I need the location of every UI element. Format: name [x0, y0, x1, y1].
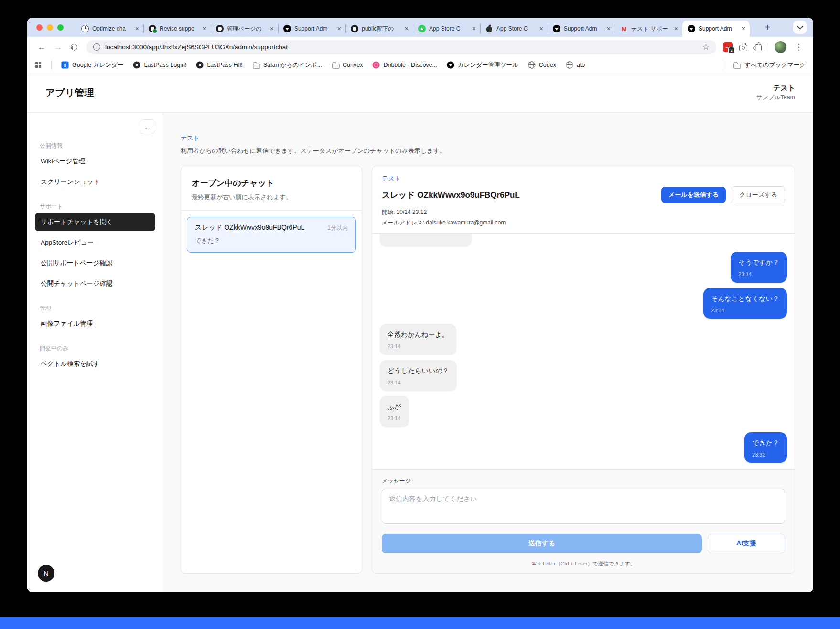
app-page: アプリ管理 テスト サンプルTeam ← 公開情報 Wikiページ管理スクリーン… [27, 73, 813, 592]
extensions-puzzle-icon[interactable] [755, 44, 762, 51]
sidebar-section: 管理 画像ファイル管理 [35, 304, 155, 333]
forward-button[interactable]: → [50, 40, 65, 55]
send-shortcut-hint: ⌘ + Enter（Ctrl + Enter）で送信できます。 [382, 560, 785, 567]
browser-tab[interactable]: Support Adm × [278, 21, 345, 37]
reload-button[interactable] [66, 40, 82, 55]
bookmark-item[interactable]: LastPass Login! [133, 61, 186, 69]
browser-menu-icon[interactable]: ⋮ [793, 42, 805, 52]
browser-tab[interactable]: App Store C × [413, 21, 480, 37]
sidebar-item[interactable]: 公開サポートページ確認 [35, 254, 155, 272]
sidebar-item[interactable]: サポートチャットを開く [35, 213, 155, 231]
thread-card: テスト スレッド OZkkWwvx9o9uFBQr6PuL メールを送信する ク… [372, 166, 795, 574]
lastpass-icon [196, 61, 204, 68]
team-switcher[interactable]: テスト サンプルTeam [756, 84, 795, 102]
browser-tab[interactable]: Support Adm × [548, 21, 615, 37]
sidebar-section-label: 開発中のみ [40, 344, 151, 352]
camera-icon[interactable] [739, 45, 747, 51]
window-minimize-button[interactable] [47, 24, 53, 31]
all-bookmarks-button[interactable]: すべてのブックマーク [733, 61, 806, 69]
folder-icon [733, 61, 741, 68]
tab-close-icon[interactable]: × [472, 25, 476, 32]
tab-close-icon[interactable]: × [270, 25, 274, 32]
chat-item-preview: できた？ [195, 236, 348, 245]
browser-tab[interactable]: Support Adm × [682, 21, 750, 37]
thread-breadcrumb[interactable]: テスト [382, 174, 785, 183]
tab-close-icon[interactable]: × [405, 25, 409, 32]
site-info-icon[interactable] [93, 43, 100, 51]
ai-assist-button[interactable]: AI支援 [708, 534, 785, 553]
tab-search-button[interactable] [793, 21, 807, 34]
sidebar-item[interactable]: Wikiページ管理 [35, 152, 155, 171]
window-zoom-button[interactable] [57, 24, 64, 31]
browser-tab[interactable]: 管理ページの × [211, 21, 278, 37]
tab-close-icon[interactable]: × [674, 25, 678, 32]
tab-close-icon[interactable]: × [539, 25, 543, 32]
bookmark-item[interactable]: Codex [528, 61, 556, 69]
bookmark-item[interactable]: Convex [332, 61, 363, 69]
tab-close-icon[interactable]: × [203, 25, 206, 32]
chat-list-item[interactable]: スレッド OZkkWwvx9o9uFBQr6PuL 1分以内 できた？ [187, 217, 356, 253]
user-avatar[interactable]: N [38, 565, 54, 582]
profile-avatar[interactable] [775, 41, 786, 53]
bookmark-item[interactable]: ato [566, 61, 585, 69]
bookmark-item[interactable]: Dribbble - Discove... [372, 61, 437, 69]
browser-tab[interactable]: App Store C × [480, 21, 548, 37]
thread-started: 開始: 10/14 23:12 [382, 208, 785, 216]
bookmark-item[interactable]: Safari からのインポ... [252, 61, 322, 69]
back-button[interactable]: ← [34, 40, 49, 55]
sidebar-item[interactable]: 公開チャットページ確認 [35, 275, 155, 293]
tab-close-icon[interactable]: × [742, 25, 745, 32]
sidebar-item[interactable]: ベクトル検索を試す [35, 355, 155, 373]
send-mail-button[interactable]: メールを送信する [661, 187, 726, 203]
bookmark-item[interactable]: LastPass Fill! [196, 61, 242, 69]
chat-list: スレッド OZkkWwvx9o9uFBQr6PuL 1分以内 できた？ [181, 211, 362, 259]
page-description: 利用者からの問い合わせに返信できます。ステータスがオープンのチャットのみ表示しま… [181, 147, 795, 155]
chat-list-title: オープン中のチャット [192, 178, 351, 189]
open-chats-card: オープン中のチャット 最終更新が古い順に表示されます。 スレッド OZkkWwv… [181, 166, 362, 574]
desktop: Optimize cha × Revise suppo × 管理ページの × S… [0, 0, 840, 629]
convex-icon [688, 25, 695, 32]
chevron-down-icon [797, 23, 803, 30]
browser-tab[interactable]: テスト サポー × [615, 21, 682, 37]
bookmark-label: Safari からのインポ... [263, 61, 322, 69]
tab-close-icon[interactable]: × [337, 25, 341, 32]
message-text: 全然わかんねーよ。 [388, 330, 449, 340]
browser-tab[interactable]: public配下の × [345, 21, 413, 37]
message-time: 23:14 [388, 379, 449, 387]
tab-close-icon[interactable]: × [135, 25, 139, 32]
close-thread-button[interactable]: クローズする [732, 186, 785, 203]
message-text: そんなことなくない？ [711, 294, 779, 304]
dribbble-icon [373, 61, 380, 68]
address-bar[interactable]: localhost:3000/app/JhxlfxZejS6SGPLU3GXn/… [86, 40, 716, 54]
sidebar-item[interactable]: スクリーンショット [35, 173, 155, 191]
sidebar-collapse-button[interactable]: ← [140, 119, 155, 134]
composer: メッセージ 送信する AI支援 ⌘ + Enter（Ctrl + Enter）で… [372, 469, 795, 573]
chat-message: そうですか？ 23:14 [731, 252, 787, 283]
window-close-button[interactable] [36, 24, 43, 31]
convex-icon [283, 25, 291, 32]
sidebar-section: 公開情報 Wikiページ管理スクリーンショット [35, 142, 155, 191]
send-button[interactable]: 送信する [382, 534, 702, 553]
tab-title: 管理ページの [227, 25, 267, 33]
tab-close-icon[interactable]: × [607, 25, 611, 32]
github-icon [216, 25, 224, 32]
convex-icon [447, 61, 454, 68]
message-list: 23:12 そうですか？ 23:14 そんなことなくない？ 23:14 全然わか… [372, 234, 795, 469]
tab-strip: Optimize cha × Revise suppo × 管理ページの × S… [27, 18, 813, 37]
sidebar-sections: 公開情報 Wikiページ管理スクリーンショット サポート サポートチャットを開く… [35, 134, 155, 373]
chat-message: そんなことなくない？ 23:14 [703, 288, 787, 319]
reply-textarea[interactable] [382, 489, 785, 524]
bookmark-item[interactable]: Google カレンダー [61, 61, 123, 69]
tab-title: Support Adm [564, 25, 603, 32]
sidebar-item[interactable]: 画像ファイル管理 [35, 315, 155, 333]
tab-groups-grid-icon[interactable] [35, 62, 42, 68]
browser-tab[interactable]: Optimize cha × [76, 21, 143, 37]
sidebar-item[interactable]: AppStoreレビュー [35, 234, 155, 252]
browser-tab[interactable]: Revise suppo × [143, 21, 211, 37]
chat-message: ふが 23:14 [380, 396, 409, 427]
breadcrumb[interactable]: テスト [181, 134, 795, 142]
bookmark-star-icon[interactable]: ☆ [702, 42, 710, 52]
new-tab-button[interactable]: + [759, 22, 776, 33]
bookmark-item[interactable]: カレンダー管理ツール [447, 61, 518, 69]
lastpass-extension-icon[interactable]: 2 [723, 42, 733, 52]
